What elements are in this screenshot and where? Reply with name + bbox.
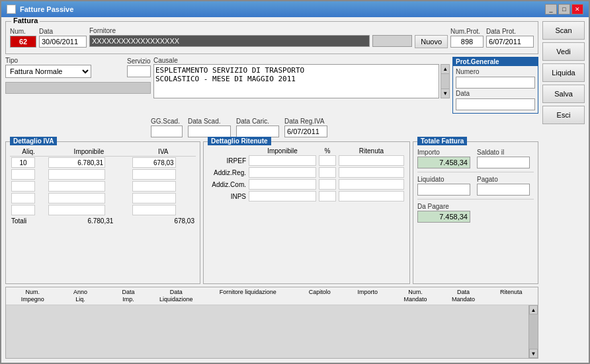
prot-generale-box: Prot.Generale Numero Data	[452, 57, 538, 114]
data-reg-iva-label: Data Reg.IVA	[284, 118, 327, 125]
gg-scad-input[interactable]	[151, 126, 183, 137]
num-input[interactable]	[10, 36, 36, 48]
pagato-input[interactable]	[477, 184, 530, 196]
rit-row-irpef: IRPEF	[208, 155, 405, 166]
prot-data-label: Data	[456, 90, 535, 97]
rit-irpef-percent[interactable]	[319, 155, 336, 166]
rit-irpef-ritenuta[interactable]	[339, 155, 404, 166]
rit-inps-percent[interactable]	[319, 191, 336, 201]
table-header: Num.Impegno AnnoLiq. DataImp. DataLiquid…	[6, 287, 538, 305]
prot-data-input[interactable]	[456, 98, 535, 110]
iva-iva-0[interactable]	[132, 157, 176, 168]
scroll-up-button[interactable]: ▲	[529, 305, 538, 314]
tipo-select[interactable]: Fattura Normale	[5, 65, 91, 78]
iva-iva-4[interactable]	[132, 205, 176, 215]
iva-col-aliq: Aliq.	[10, 147, 47, 157]
pagato-label: Pagato	[477, 176, 534, 183]
rit-col-percent: %	[317, 147, 337, 155]
rit-irpef-imponibile[interactable]	[249, 155, 316, 166]
rit-addizreg-ritenuta[interactable]	[339, 167, 404, 178]
num-prot-input[interactable]	[450, 36, 484, 48]
fattura-group-label: Fattura	[11, 17, 40, 24]
iva-row	[10, 192, 196, 204]
salva-button[interactable]: Salva	[542, 85, 585, 103]
liquidato-input[interactable]	[417, 184, 470, 196]
rit-addizreg-imponibile[interactable]	[249, 167, 316, 178]
col-anno-liq: AnnoLiq.	[56, 289, 104, 303]
causale-scroll-up[interactable]: ▲	[441, 65, 449, 74]
prot-numero-input[interactable]	[456, 77, 535, 89]
iva-col-imponibile: Imponibile	[47, 147, 130, 157]
rit-inps-imponibile[interactable]	[249, 191, 316, 201]
table-scrollbar[interactable]: ▲ ▼	[528, 305, 538, 358]
rit-addizcom-ritenuta[interactable]	[339, 179, 404, 190]
iva-aliq-3[interactable]	[11, 193, 35, 203]
iva-iva-3[interactable]	[132, 193, 176, 203]
causale-textarea[interactable]: ESPLETAMENTO SERVIZIO DI TRASPORTO SCOLA…	[153, 64, 439, 98]
col-ritenuta: Ritenuta	[487, 289, 535, 303]
rit-addizcom-percent[interactable]	[319, 179, 336, 190]
window-icon	[7, 5, 16, 14]
data-prot-input[interactable]	[486, 36, 534, 48]
fornitore-label: Fornitore	[89, 27, 448, 34]
nuovo-button[interactable]: Nuovo	[415, 35, 448, 48]
esci-button[interactable]: Esci	[542, 106, 585, 124]
minimize-button[interactable]: _	[545, 4, 557, 15]
da-pagare-input[interactable]	[417, 211, 470, 223]
prot-generale-label: Prot.Generale	[453, 57, 538, 66]
fornitore-extra-input[interactable]	[372, 35, 412, 47]
col-num-mandato: Num.Mandato	[392, 289, 439, 303]
importo-input[interactable]	[417, 157, 470, 168]
iva-imponibile-3[interactable]	[48, 193, 105, 203]
data-reg-iva-input[interactable]	[284, 126, 327, 137]
num-prot-label: Num.Prot.	[450, 28, 484, 35]
iva-aliq-1[interactable]	[11, 169, 35, 180]
data-input[interactable]	[39, 36, 87, 48]
window-title: Fatture Passive	[20, 5, 73, 13]
iva-imponibile-4[interactable]	[48, 205, 105, 215]
vedi-button[interactable]: Vedi	[542, 42, 585, 61]
rit-addizreg-percent[interactable]	[319, 167, 336, 178]
rit-inps-ritenuta[interactable]	[339, 191, 404, 201]
totale-fattura-label: Totale Fattura	[417, 137, 467, 145]
main-window: Fatture Passive _ □ ✕ Fattura Num. D	[0, 0, 590, 364]
dettaglio-ritenute-label: Dettaglio Ritenute	[208, 137, 271, 145]
iva-imponibile-1[interactable]	[48, 169, 105, 180]
col-data-liquidazione: DataLiquidazione	[152, 289, 200, 303]
rit-row-inps: INPS	[208, 190, 405, 202]
iva-aliq-2[interactable]	[11, 181, 35, 192]
data-scad-label: Data Scad.	[188, 118, 231, 125]
col-data-mandato: DataMandato	[439, 289, 487, 303]
close-button[interactable]: ✕	[571, 4, 583, 15]
liquidato-label: Liquidato	[417, 176, 474, 183]
scan-button[interactable]: Scan	[542, 21, 585, 40]
causale-scroll-down[interactable]: ▼	[441, 89, 449, 98]
iva-imponibile-2[interactable]	[48, 181, 105, 192]
dettaglio-iva-group: Dettaglio IVA Aliq. Imponibile IVA	[5, 141, 200, 284]
iva-aliq-0[interactable]	[11, 157, 35, 168]
rit-addizcom-imponibile[interactable]	[249, 179, 316, 190]
iva-imponibile-0[interactable]	[48, 157, 105, 168]
importo-label: Importo	[417, 149, 474, 156]
scroll-down-button[interactable]: ▼	[529, 349, 538, 358]
main-content: Fattura Num. Data Fornitore	[5, 21, 538, 359]
iva-iva-1[interactable]	[132, 169, 176, 180]
saldato-il-label: Saldato il	[477, 149, 534, 156]
iva-aliq-4[interactable]	[11, 205, 35, 215]
iva-iva-2[interactable]	[132, 181, 176, 192]
servizio-input[interactable]	[127, 65, 151, 77]
scroll-thumb[interactable]	[529, 314, 538, 349]
fornitore-input[interactable]	[89, 35, 370, 47]
col-num-impegno: Num.Impegno	[9, 289, 56, 303]
data-caric-input[interactable]	[236, 126, 279, 137]
rit-label-addizcom: Addiz.Com.	[208, 178, 247, 190]
saldato-il-input[interactable]	[477, 157, 530, 168]
causale-label: Causale	[153, 57, 450, 64]
data-caric-label: Data Caric.	[236, 118, 279, 125]
liquida-button[interactable]: Liquida	[542, 63, 585, 82]
prot-numero-label: Numero	[456, 68, 535, 75]
data-scad-input[interactable]	[188, 126, 231, 137]
num-label: Num.	[10, 28, 36, 35]
restore-button[interactable]: □	[558, 4, 570, 15]
iva-col-iva: IVA	[131, 147, 196, 157]
